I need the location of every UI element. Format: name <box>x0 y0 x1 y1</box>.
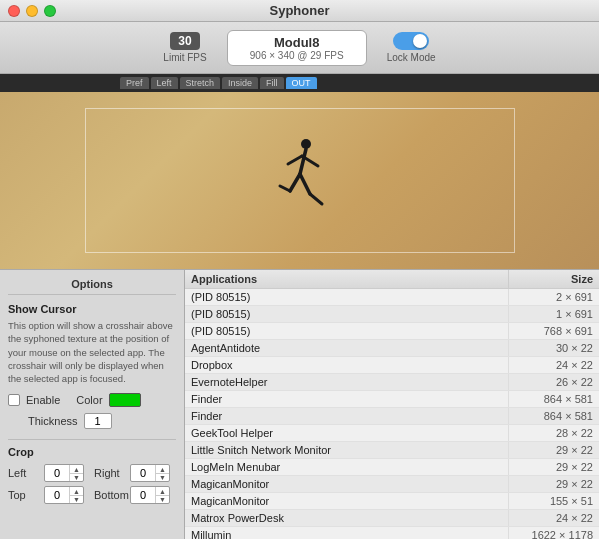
app-name: Finder <box>185 391 509 407</box>
top-down[interactable]: ▼ <box>70 496 83 504</box>
app-name: Millumin <box>185 527 509 539</box>
tab-stretch[interactable]: Stretch <box>180 77 221 89</box>
app-name: (PID 80515) <box>185 323 509 339</box>
fps-badge[interactable]: 30 <box>170 32 199 50</box>
show-cursor-title: Show Cursor <box>8 303 176 315</box>
app-size: 29 × 22 <box>509 442 599 458</box>
top-input-wrap[interactable]: ▲ ▼ <box>44 486 84 504</box>
table-row[interactable]: (PID 80515)768 × 691 <box>185 323 599 340</box>
app-size: 864 × 581 <box>509 391 599 407</box>
window-title: Syphoner <box>270 3 330 18</box>
lock-toggle[interactable] <box>393 32 429 50</box>
table-row[interactable]: AgentAntidote30 × 22 <box>185 340 599 357</box>
app-size: 24 × 22 <box>509 357 599 373</box>
toolbar: 30 Limit FPS Modul8 906 × 340 @ 29 FPS L… <box>0 22 599 74</box>
left-label: Left <box>8 467 40 479</box>
table-row[interactable]: Finder864 × 581 <box>185 408 599 425</box>
top-stepper[interactable]: ▲ ▼ <box>69 487 83 503</box>
bottom-up[interactable]: ▲ <box>156 487 169 496</box>
svg-line-7 <box>280 186 290 191</box>
preview-tabs: Pref Left Stretch Inside Fill OUT <box>0 74 599 92</box>
tab-out[interactable]: OUT <box>286 77 317 89</box>
table-row[interactable]: MagicanMonitor29 × 22 <box>185 476 599 493</box>
svg-line-6 <box>290 174 300 191</box>
runner-silhouette <box>270 136 330 226</box>
app-name: EvernoteHelper <box>185 374 509 390</box>
options-panel: Options Show Cursor This option will sho… <box>0 270 185 539</box>
table-row[interactable]: (PID 80515)1 × 691 <box>185 306 599 323</box>
left-row: Left ▲ ▼ Right ▲ ▼ <box>8 464 176 482</box>
bottom-stepper[interactable]: ▲ ▼ <box>155 487 169 503</box>
enable-checkbox[interactable] <box>8 394 20 406</box>
tab-inside[interactable]: Inside <box>222 77 258 89</box>
app-name: Little Snitch Network Monitor <box>185 442 509 458</box>
tab-left[interactable]: Left <box>151 77 178 89</box>
table-row[interactable]: Finder864 × 581 <box>185 391 599 408</box>
app-size: 2 × 691 <box>509 289 599 305</box>
table-row[interactable]: Millumin1622 × 1178 <box>185 527 599 539</box>
app-size: 1622 × 1178 <box>509 527 599 539</box>
thickness-input[interactable]: 1 <box>84 413 112 429</box>
source-display[interactable]: Modul8 906 × 340 @ 29 FPS <box>227 30 367 66</box>
svg-line-4 <box>300 174 310 194</box>
options-title: Options <box>8 278 176 295</box>
preview-canvas <box>0 92 599 269</box>
table-row[interactable]: MagicanMonitor155 × 51 <box>185 493 599 510</box>
app-name: Finder <box>185 408 509 424</box>
bottom-down[interactable]: ▼ <box>156 496 169 504</box>
top-row: Top ▲ ▼ Bottom ▲ ▼ <box>8 486 176 504</box>
right-down[interactable]: ▼ <box>156 474 169 482</box>
bottom-input-wrap[interactable]: ▲ ▼ <box>130 486 170 504</box>
minimize-button[interactable] <box>26 5 38 17</box>
color-swatch[interactable] <box>109 393 141 407</box>
table-row[interactable]: LogMeIn Menubar29 × 22 <box>185 459 599 476</box>
lock-control: Lock Mode <box>387 32 436 63</box>
bottom-label: Bottom <box>94 489 126 501</box>
tab-fill[interactable]: Fill <box>260 77 284 89</box>
right-up[interactable]: ▲ <box>156 465 169 474</box>
app-size: 29 × 22 <box>509 476 599 492</box>
show-cursor-desc: This option will show a crosshair above … <box>8 319 176 385</box>
preview-area: Pref Left Stretch Inside Fill OUT <box>0 74 599 269</box>
svg-line-5 <box>310 194 322 204</box>
left-down[interactable]: ▼ <box>70 474 83 482</box>
svg-line-1 <box>300 149 306 174</box>
titlebar: Syphoner <box>0 0 599 22</box>
col-applications: Applications <box>185 270 509 288</box>
table-row[interactable]: Dropbox24 × 22 <box>185 357 599 374</box>
right-input[interactable] <box>131 467 155 479</box>
right-label: Right <box>94 467 126 479</box>
table-row[interactable]: GeekTool Helper28 × 22 <box>185 425 599 442</box>
top-up[interactable]: ▲ <box>70 487 83 496</box>
top-input[interactable] <box>45 489 69 501</box>
app-size: 30 × 22 <box>509 340 599 356</box>
lock-label: Lock Mode <box>387 52 436 63</box>
bottom-input[interactable] <box>131 489 155 501</box>
left-stepper[interactable]: ▲ ▼ <box>69 465 83 481</box>
right-input-wrap[interactable]: ▲ ▼ <box>130 464 170 482</box>
source-info: 906 × 340 @ 29 FPS <box>250 50 344 61</box>
table-row[interactable]: Little Snitch Network Monitor29 × 22 <box>185 442 599 459</box>
right-stepper[interactable]: ▲ ▼ <box>155 465 169 481</box>
apps-list: (PID 80515)2 × 691(PID 80515)1 × 691(PID… <box>185 289 599 539</box>
svg-line-3 <box>288 156 302 164</box>
maximize-button[interactable] <box>44 5 56 17</box>
enable-row: Enable Color <box>8 393 176 407</box>
app-size: 26 × 22 <box>509 374 599 390</box>
table-row[interactable]: (PID 80515)2 × 691 <box>185 289 599 306</box>
app-size: 155 × 51 <box>509 493 599 509</box>
left-up[interactable]: ▲ <box>70 465 83 474</box>
left-input-wrap[interactable]: ▲ ▼ <box>44 464 84 482</box>
app-name: MagicanMonitor <box>185 493 509 509</box>
thickness-label: Thickness <box>28 415 78 427</box>
close-button[interactable] <box>8 5 20 17</box>
app-name: (PID 80515) <box>185 306 509 322</box>
toggle-knob <box>413 34 427 48</box>
table-row[interactable]: Matrox PowerDesk24 × 22 <box>185 510 599 527</box>
app-name: Dropbox <box>185 357 509 373</box>
crop-title: Crop <box>8 446 176 458</box>
app-name: AgentAntidote <box>185 340 509 356</box>
left-input[interactable] <box>45 467 69 479</box>
tab-pref[interactable]: Pref <box>120 77 149 89</box>
table-row[interactable]: EvernoteHelper26 × 22 <box>185 374 599 391</box>
